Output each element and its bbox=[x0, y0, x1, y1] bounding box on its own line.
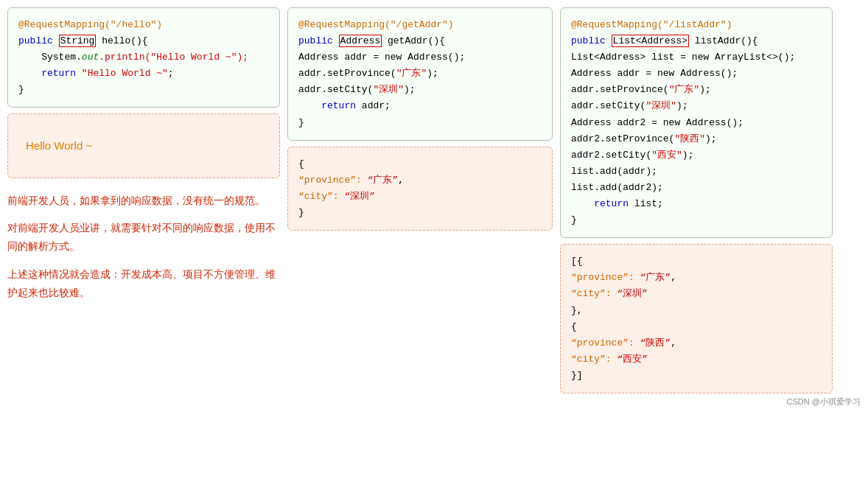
code-line-list-new: List<Address> list = new ArrayList<>(); bbox=[571, 49, 822, 66]
annotation-listaddr-text: @RequestMapping("/listAddr") bbox=[571, 19, 732, 30]
result-box-listaddr: [{ “province”: “广东”, “city”: “深圳” }, { “… bbox=[560, 244, 833, 393]
json-item1-close: }, bbox=[571, 303, 822, 319]
annotation-listaddr: @RequestMapping("/listAddr") bbox=[571, 17, 822, 33]
annotation-getaddr: @RequestMapping("/getAddr") bbox=[298, 17, 542, 33]
info-text-block: 前端开发人员，如果拿到的响应数据，没有统一的规范。 对前端开发人员业讲，就需要针… bbox=[7, 184, 280, 309]
json-line-city: “city”: “深圳” bbox=[298, 189, 542, 205]
json-item2-province: “province”: “陕西”, bbox=[571, 335, 822, 351]
code-line-setprovince-gd: addr.setProvince("广东"); bbox=[571, 82, 822, 98]
code-line-return-addr: return addr; bbox=[298, 98, 542, 114]
json-line-close: } bbox=[298, 205, 542, 221]
code-box-getaddr: @RequestMapping("/getAddr") public Addre… bbox=[287, 7, 553, 141]
code-line-addr2-new: Address addr2 = new Address(); bbox=[571, 115, 822, 131]
json-item1-province: “province”: “广东”, bbox=[571, 270, 822, 286]
code-box-hello: @RequestMapping("/hello") public String … bbox=[7, 7, 280, 108]
code-line-setprovince-sx: addr2.setProvince("陕西"); bbox=[571, 131, 822, 147]
column-1: @RequestMapping("/hello") public String … bbox=[7, 7, 280, 309]
result-box-hello: Hello World ~ bbox=[7, 113, 280, 178]
code-line-public-hello: public String hello(){ bbox=[18, 33, 269, 49]
result-box-getaddr: { “province”: “广东”, “city”: “深圳” } bbox=[287, 147, 553, 231]
info-line-3: 上述这种情况就会造成：开发成本高、项目不方便管理、维护起来也比较难。 bbox=[7, 261, 280, 306]
watermark: CSDN @小琪爱学习 bbox=[7, 396, 861, 407]
json-item1-city: “city”: “深圳” bbox=[571, 286, 822, 302]
annotation-text: @RequestMapping("/hello") bbox=[18, 19, 162, 30]
json-line-open: { bbox=[298, 156, 542, 172]
code-line-close-listaddr: } bbox=[571, 212, 822, 228]
code-line-setcity-sz: addr.setCity("深圳"); bbox=[571, 98, 822, 114]
code-line-list-add-addr: list.add(addr); bbox=[571, 164, 822, 180]
code-box-listaddr: @RequestMapping("/listAddr") public List… bbox=[560, 7, 833, 238]
info-line-1: 前端开发人员，如果拿到的响应数据，没有统一的规范。 bbox=[7, 187, 280, 214]
main-container: @RequestMapping("/hello") public String … bbox=[7, 7, 861, 393]
code-line-setcity-xa: addr2.setCity("西安"); bbox=[571, 147, 822, 164]
json-array-close: }] bbox=[571, 368, 822, 384]
code-line-setprovince: addr.setProvince("广东"); bbox=[298, 66, 542, 82]
code-line-println: System.out.println("Hello World ~"); bbox=[18, 49, 269, 66]
code-line-addr-new: Address addr = new Address(); bbox=[298, 49, 542, 66]
json-item2-city: “city”: “西安” bbox=[571, 351, 822, 368]
code-line-public-getaddr: public Address getAddr(){ bbox=[298, 33, 542, 49]
code-line-public-listaddr: public List<Address> listAddr(){ bbox=[571, 33, 822, 49]
info-line-2: 对前端开发人员业讲，就需要针对不同的响应数据，使用不同的解析方式。 bbox=[7, 214, 280, 260]
annotation-hello: @RequestMapping("/hello") bbox=[18, 17, 269, 33]
column-3: @RequestMapping("/listAddr") public List… bbox=[560, 7, 833, 393]
code-line-close-hello: } bbox=[18, 82, 269, 98]
json-line-province: “province”: “广东”, bbox=[298, 172, 542, 189]
code-line-addr-new2: Address addr = new Address(); bbox=[571, 66, 822, 82]
code-line-close-getaddr: } bbox=[298, 115, 542, 131]
annotation-getaddr-text: @RequestMapping("/getAddr") bbox=[298, 19, 454, 30]
code-line-setcity: addr.setCity("深圳"); bbox=[298, 82, 542, 98]
column-2: @RequestMapping("/getAddr") public Addre… bbox=[287, 7, 553, 231]
code-line-return-hello: return "Hello World ~"; bbox=[18, 66, 269, 82]
code-line-return-list: return list; bbox=[571, 196, 822, 212]
json-item2-open: { bbox=[571, 319, 822, 335]
json-array-open: [{ bbox=[571, 253, 822, 270]
hello-world-result: Hello World ~ bbox=[18, 123, 269, 169]
code-line-list-add-addr2: list.add(addr2); bbox=[571, 180, 822, 196]
